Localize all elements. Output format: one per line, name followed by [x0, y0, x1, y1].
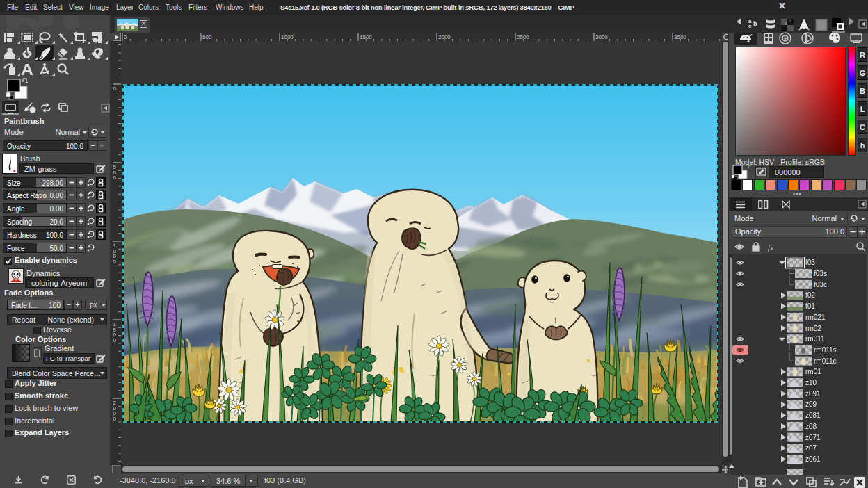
svg-text:f03s: f03s [814, 270, 827, 277]
svg-text:z08: z08 [805, 423, 817, 430]
svg-text:z09: z09 [805, 400, 817, 408]
svg-text:fx: fx [768, 243, 773, 252]
svg-text:0: 0 [113, 174, 117, 181]
svg-text:c: c [748, 23, 752, 29]
svg-text:z081: z081 [805, 412, 821, 419]
svg-text:f03: f03 [805, 259, 815, 266]
svg-text:b: b [753, 20, 757, 27]
svg-text:z061: z061 [805, 455, 821, 463]
svg-text:rm02: rm02 [805, 325, 821, 332]
svg-text:rm011c: rm011c [814, 357, 837, 365]
svg-text:0: 0 [113, 86, 117, 92]
svg-text:rm011: rm011 [805, 335, 825, 343]
svg-text:0: 0 [113, 337, 117, 343]
svg-text:500: 500 [202, 34, 212, 40]
svg-text:z071: z071 [805, 434, 821, 441]
svg-text:z07: z07 [805, 444, 817, 452]
svg-text:f02: f02 [805, 291, 815, 299]
svg-text:f01: f01 [805, 302, 815, 310]
svg-text:f03c: f03c [814, 281, 827, 288]
svg-text:0: 0 [113, 416, 117, 422]
svg-text:rm011s: rm011s [814, 346, 837, 354]
svg-text:z10: z10 [805, 379, 817, 387]
svg-text:z091: z091 [805, 390, 821, 398]
svg-text:rm021: rm021 [805, 314, 826, 321]
svg-text:rm01: rm01 [805, 368, 821, 375]
svg-text:0: 0 [124, 34, 127, 40]
svg-text:0: 0 [113, 259, 117, 265]
